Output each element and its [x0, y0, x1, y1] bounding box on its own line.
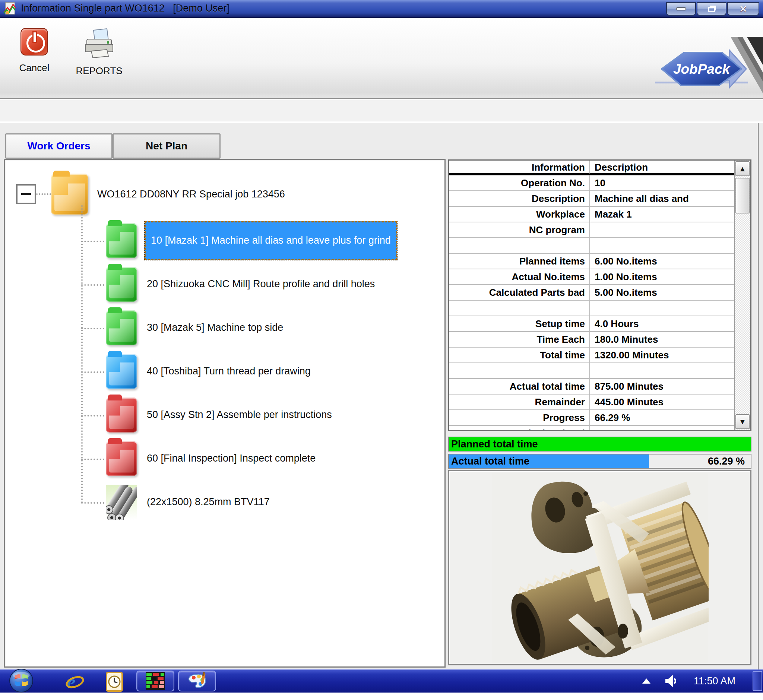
scrollbar-thumb[interactable]: [735, 178, 750, 214]
collapse-toggle[interactable]: [16, 184, 36, 204]
planned-bar-label: Planned total time: [451, 438, 538, 451]
folder-red-icon: [106, 441, 137, 476]
close-button[interactable]: ✕: [727, 2, 759, 16]
tree-item[interactable]: 50 [Assy Stn 2] Assemble per instruction…: [81, 393, 444, 437]
tree-root-label: WO1612 DD08NY RR Special job 123456: [97, 189, 285, 200]
start-button[interactable]: [9, 668, 34, 693]
restore-button[interactable]: [697, 2, 727, 16]
info-cell-value: Machine all dias and: [590, 191, 734, 206]
jobpack-logo-text: JobPack: [673, 61, 731, 77]
tree-item[interactable]: 10 [Mazak 1] Machine all dias and leave …: [81, 219, 444, 262]
info-cell-value: 180.0 Minutes: [590, 332, 734, 347]
machined-part-photo: [491, 473, 708, 663]
info-table-row: [449, 238, 734, 254]
show-desktop-button[interactable]: [752, 671, 762, 691]
info-cell-label: Total time: [449, 348, 590, 362]
info-table-row: Time Each 180.0 Minutes: [449, 332, 734, 348]
info-table-row: Remainder 445.00 Minutes: [449, 395, 734, 410]
info-cell-value: 4.0 Hours: [590, 316, 734, 331]
tab-net-plan[interactable]: Net Plan: [113, 133, 220, 159]
minimize-icon: [676, 8, 686, 11]
info-cell-value: 5.00 No.items: [590, 285, 734, 300]
header-information: Information: [449, 161, 590, 175]
folder-green-icon: [106, 223, 137, 258]
info-cell-value: [590, 301, 734, 316]
info-cell-value: 1.00 No.items: [590, 269, 734, 284]
info-cell-label: [449, 363, 590, 378]
taskbar-schedule-app-button[interactable]: [136, 670, 174, 691]
app-chart-icon: [3, 2, 17, 16]
info-cell-label: Workplace: [449, 207, 590, 222]
cancel-label: Cancel: [5, 62, 64, 74]
info-cell-label: Time Each: [449, 332, 590, 347]
tree-item[interactable]: 20 [Shizuoka CNC Mill] Route profile and…: [81, 262, 444, 306]
scroll-up-button[interactable]: ▲: [735, 161, 750, 176]
info-table-body: Operation No. 10 Description Machine all…: [449, 175, 734, 430]
tree-item[interactable]: 40 [Toshiba] Turn thread per drawing: [81, 350, 444, 393]
info-table-header: Information Description: [449, 161, 734, 175]
info-cell-value: [590, 222, 734, 237]
info-cell-label: Progress: [449, 410, 590, 425]
window-right-edge: [758, 123, 759, 669]
clock-tray-icon[interactable]: [106, 672, 123, 692]
info-cell-label: Remainder: [449, 395, 590, 409]
tree-connector: [36, 193, 51, 195]
window-title: Information Single part WO1612 [Demo Use…: [21, 3, 230, 14]
info-table-row: Actual total time 875.00 Minutes: [449, 379, 734, 395]
tree-item-label: (22x1500) 8.25mm BTV117: [147, 496, 270, 508]
info-table-row: [449, 301, 734, 316]
tree-item[interactable]: (22x1500) 8.25mm BTV117: [81, 480, 444, 524]
cancel-button[interactable]: Cancel: [5, 28, 64, 74]
info-cell-value: [590, 426, 734, 430]
reports-button[interactable]: REPORTS: [69, 28, 129, 77]
material-icon: [106, 485, 137, 520]
info-cell-label: [449, 301, 590, 316]
volume-icon[interactable]: [664, 674, 679, 688]
tree-item-label: 60 [Final Inspection] Inspect complete: [147, 453, 316, 464]
header-description: Description: [590, 161, 734, 175]
tree-item-label: 30 [Mazak 5] Machine top side: [147, 322, 283, 333]
paint-palette-icon: [187, 672, 207, 690]
info-table-row: Calculated Parts bad 5.00 No.items: [449, 285, 734, 301]
tree-item-label: 40 [Toshiba] Turn thread per drawing: [147, 366, 311, 377]
info-cell-label: Actual total time: [449, 379, 590, 394]
part-image-panel: [448, 470, 752, 666]
show-hidden-icons-button[interactable]: [641, 678, 651, 684]
info-cell-value: [590, 363, 734, 378]
tab-work-orders[interactable]: Work Orders: [5, 133, 113, 159]
tab-work-orders-label: Work Orders: [27, 140, 90, 152]
material-bars-icon: [106, 485, 137, 520]
printer-icon: [82, 28, 116, 58]
info-cell-label: Calculated end: [449, 426, 590, 430]
minimize-button[interactable]: [666, 2, 696, 16]
arrow-down-icon: ▼: [739, 418, 746, 426]
info-table-scrollbar[interactable]: ▲ ▼: [734, 161, 750, 430]
info-table-row: Actual No.items 1.00 No.items: [449, 269, 734, 285]
folder-yellow-icon: [51, 173, 88, 214]
power-off-icon: [20, 28, 48, 56]
minus-icon: [21, 193, 31, 195]
info-table-row: Progress 66.29 %: [449, 410, 734, 426]
info-cell-label: Description: [449, 191, 590, 206]
tree-item[interactable]: 60 [Final Inspection] Inspect complete: [81, 437, 444, 480]
scroll-down-button[interactable]: ▼: [735, 414, 750, 429]
reports-label: REPORTS: [69, 65, 129, 77]
taskbar-clock[interactable]: 11:50 AM: [694, 675, 735, 687]
info-table-row: NC program: [449, 222, 734, 238]
info-cell-label: [449, 238, 590, 253]
system-tray: 11:50 AM: [641, 669, 763, 692]
folder-blue-icon: [106, 354, 137, 389]
tree-root-item[interactable]: WO1612 DD08NY RR Special job 123456: [16, 169, 444, 219]
work-order-tree-panel: WO1612 DD08NY RR Special job 123456 10 […: [4, 159, 446, 667]
taskbar-paint-app-button[interactable]: [178, 670, 216, 691]
actual-bar-label: Actual total time: [451, 455, 529, 468]
internet-explorer-icon[interactable]: e: [66, 672, 84, 692]
info-cell-label: Planned items: [449, 254, 590, 269]
info-table-row: Calculated end: [449, 426, 734, 430]
schedule-grid-icon: [146, 672, 165, 690]
arrow-up-icon: ▲: [739, 165, 746, 173]
close-icon: ✕: [739, 4, 747, 14]
tree-item[interactable]: 30 [Mazak 5] Machine top side: [81, 306, 444, 350]
info-table-row: Total time 1320.00 Minutes: [449, 348, 734, 363]
info-table-row: [449, 363, 734, 379]
